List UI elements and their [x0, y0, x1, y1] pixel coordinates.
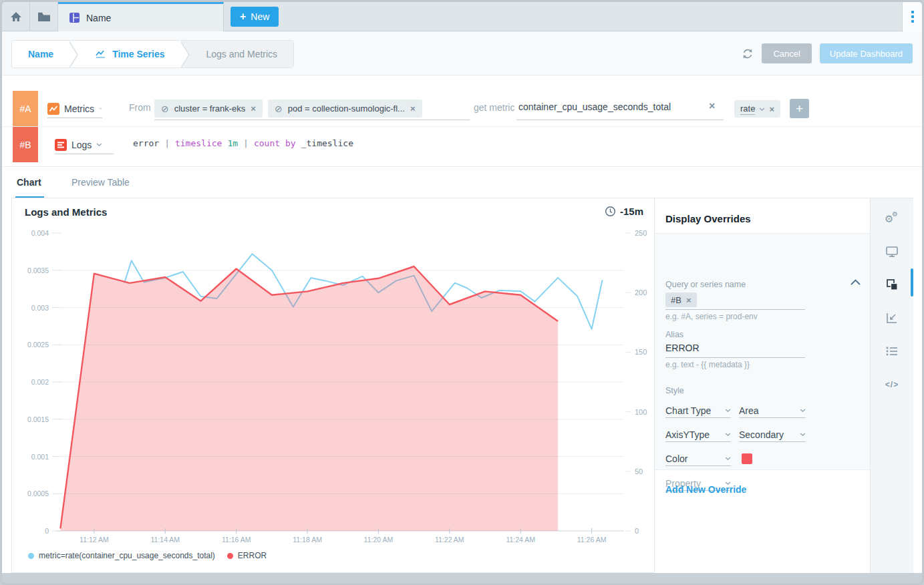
kebab-dot [911, 20, 914, 23]
logs-query[interactable]: error|timeslice1m|countby_timeslice [133, 138, 359, 148]
main-area: 00.00050.0010.00150.0020.00250.0030.0035… [2, 198, 922, 573]
query-a-type-select[interactable]: Metrics [47, 100, 102, 118]
home-button[interactable] [2, 2, 30, 31]
rail-settings-button[interactable]: ⚙⚙ [871, 210, 913, 230]
operator-chip[interactable]: rate × [734, 100, 780, 118]
chevron-down-icon [725, 457, 731, 460]
style-value-label: Area [739, 405, 759, 416]
chevron-down-icon [800, 409, 806, 412]
filter-chip-pod[interactable]: ⊘ pod = collection-sumologic-fl... × [268, 100, 422, 118]
legend-item: metric=rate(container_cpu_usage_seconds_… [28, 551, 215, 560]
svg-text:0.0025: 0.0025 [27, 341, 49, 349]
breadcrumb-panel-name[interactable]: Logs and Metrics [190, 41, 294, 67]
filter-chip-label: cluster = frank-eks [174, 104, 246, 114]
svg-text:0.0035: 0.0035 [27, 266, 49, 274]
query-row-b: #B Logs error|timeslice1m|countby_timesl… [2, 126, 922, 162]
remove-operator-icon[interactable]: × [769, 104, 774, 114]
chart-legend: metric=rate(container_cpu_usage_seconds_… [28, 551, 267, 560]
list-icon [886, 347, 898, 356]
plus-icon: + [240, 11, 246, 23]
chevron-down-icon [725, 433, 731, 436]
style-row-axis-y-type: AxisYType Secondary [665, 427, 859, 443]
tab-chart[interactable]: Chart [17, 177, 41, 188]
metrics-icon [47, 103, 59, 115]
library-button[interactable] [30, 2, 58, 31]
style-prop-select[interactable]: AxisYType [665, 427, 731, 442]
style-prop-label: Chart Type [665, 405, 711, 416]
legend-label: metric=rate(container_cpu_usage_seconds_… [39, 551, 215, 560]
query-token: _timeslice [301, 138, 353, 148]
view-tabs: Chart Preview Table [2, 167, 922, 198]
remove-filter-icon[interactable]: × [410, 104, 416, 114]
cancel-button[interactable]: Cancel [762, 43, 811, 63]
override-editor: Query or series name #B × e.g. #A, serie… [655, 233, 870, 470]
dashboard-tab[interactable]: Name [58, 2, 224, 31]
refresh-icon[interactable] [742, 48, 754, 59]
chart-title: Logs and Metrics [25, 206, 107, 218]
clear-metric-icon[interactable]: × [709, 100, 715, 112]
tab-preview-table[interactable]: Preview Table [71, 177, 130, 188]
breadcrumb-dashboard[interactable]: Name [12, 41, 69, 67]
add-new-override-link[interactable]: Add New Override [665, 484, 746, 495]
query-b-badge: #B [13, 127, 38, 162]
metric-input[interactable] [518, 102, 699, 112]
svg-text:0.0015: 0.0015 [27, 415, 49, 423]
filter-chip-cluster[interactable]: ⊘ cluster = frank-eks × [154, 100, 263, 118]
svg-text:11:24 AM: 11:24 AM [506, 536, 535, 544]
svg-text:11:26 AM: 11:26 AM [577, 536, 607, 544]
svg-text:11:14 AM: 11:14 AM [151, 536, 180, 544]
add-operator-button[interactable]: + [790, 99, 809, 118]
breadcrumb-panel-name-label: Logs and Metrics [206, 49, 278, 59]
svg-text:0.002: 0.002 [31, 378, 49, 386]
rail-display-button[interactable] [871, 242, 913, 262]
home-icon [10, 11, 22, 22]
legend-dot [28, 553, 34, 559]
query-b-type-select[interactable]: Logs [55, 136, 114, 154]
collapse-chevron-icon[interactable] [851, 279, 861, 285]
query-a-type-label: Metrics [64, 104, 94, 114]
svg-text:0: 0 [635, 527, 639, 535]
svg-text:0.003: 0.003 [31, 304, 49, 312]
rail-list-button[interactable] [871, 341, 913, 361]
chevron-down-icon [725, 409, 731, 412]
style-value-select[interactable]: Secondary [739, 427, 806, 442]
chevron-down-icon [800, 433, 806, 436]
chevron-down-icon [96, 143, 102, 146]
color-swatch[interactable] [742, 453, 752, 464]
breadcrumb-panel-type[interactable]: Time Series [79, 41, 180, 67]
breadcrumb-bar: Name Time Series Logs and Metrics [2, 31, 922, 75]
svg-text:0.004: 0.004 [31, 229, 49, 237]
new-button[interactable]: + New [230, 7, 279, 27]
kebab-menu[interactable] [902, 2, 922, 31]
time-range-label: -15m [620, 206, 643, 217]
override-query-chip[interactable]: #B × [665, 292, 697, 307]
rail-code-button[interactable]: </> [871, 375, 913, 395]
svg-text:150: 150 [635, 348, 647, 356]
legend-item: ERROR [227, 551, 267, 560]
style-value-select[interactable]: Area [739, 403, 806, 418]
style-prop-select[interactable]: Color [665, 451, 731, 466]
exclude-icon: ⊘ [161, 104, 169, 114]
rail-overrides-button[interactable] [871, 274, 913, 295]
overlapping-squares-icon [886, 278, 899, 291]
update-dashboard-button[interactable]: Update Dashboard [820, 43, 913, 63]
display-overrides-panel: Display Overrides Query or series name #… [655, 198, 871, 573]
query-a-badge: #A [13, 91, 38, 126]
style-prop-label: AxisYType [665, 429, 710, 440]
alias-input[interactable] [665, 343, 799, 353]
remove-filter-icon[interactable]: × [251, 104, 256, 114]
kebab-dot [911, 15, 914, 18]
style-row-color: Color [665, 451, 859, 467]
logs-icon [55, 139, 67, 151]
top-tab-bar: Name + New [2, 2, 922, 31]
style-prop-select[interactable]: Chart Type [665, 403, 731, 418]
remove-query-chip-icon[interactable]: × [686, 295, 691, 305]
rail-axes-button[interactable] [871, 308, 913, 328]
breadcrumb: Name Time Series Logs and Metrics [11, 40, 294, 68]
breadcrumb-separator [181, 41, 190, 67]
query-row-a: #A Metrics From ⊘ cluster = frank-eks × … [2, 91, 922, 126]
svg-text:0.0005: 0.0005 [27, 490, 49, 498]
style-label: Style [665, 386, 684, 395]
filters-underline [154, 120, 470, 120]
kebab-dot [911, 11, 914, 13]
